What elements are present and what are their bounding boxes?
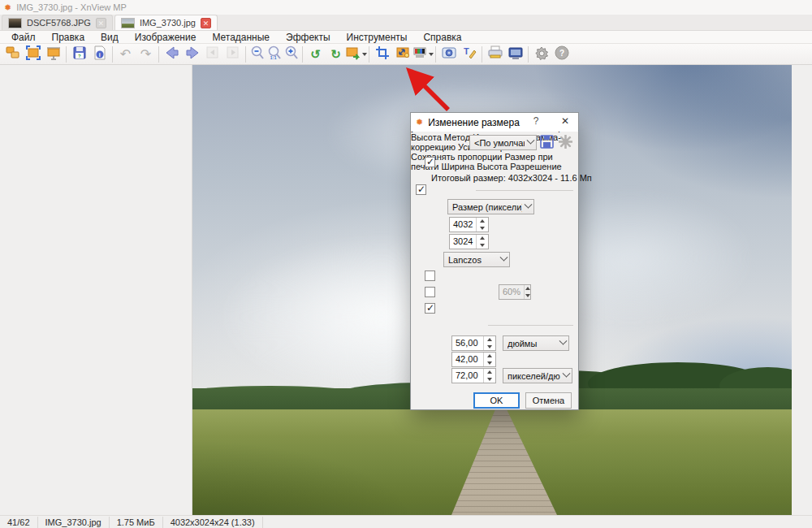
settings-gear-icon: [533, 45, 550, 64]
rotate-right-icon: ↻: [330, 48, 341, 60]
gamma-correction-checkbox[interactable]: [425, 270, 435, 281]
menu-image[interactable]: Изображение: [127, 32, 205, 43]
chevron-down-icon: [559, 337, 568, 345]
rotate-left-button[interactable]: ↺: [305, 45, 326, 64]
viewer-area: [0, 65, 812, 515]
spin-up-button[interactable]: [477, 218, 488, 225]
next-image-button[interactable]: [182, 45, 202, 64]
colors-button[interactable]: [412, 45, 433, 64]
menu-metadata[interactable]: Метаданные: [204, 32, 278, 43]
window-titlebar: ✹ IMG_3730.jpg - XnView MP: [0, 0, 812, 15]
menu-view[interactable]: Вид: [93, 32, 127, 43]
window-title: IMG_3730.jpg - XnView MP: [16, 2, 127, 12]
print-unit-select[interactable]: дюймы: [503, 335, 569, 351]
cancel-button[interactable]: Отмена: [525, 392, 572, 409]
zoom-in-button[interactable]: [283, 45, 300, 64]
redo-button[interactable]: ↷: [136, 45, 156, 64]
convert-button[interactable]: [346, 45, 366, 64]
slideshow-icon: [45, 45, 62, 64]
svg-text:?: ?: [559, 49, 564, 58]
save-button[interactable]: ?: [69, 45, 89, 64]
crop-button[interactable]: [372, 45, 392, 64]
width-input[interactable]: 4032: [449, 217, 489, 232]
slideshow-button[interactable]: [43, 45, 63, 64]
spin-down-button[interactable]: [477, 225, 488, 232]
capture-icon: [441, 45, 457, 64]
spin-down-button[interactable]: [525, 292, 530, 300]
spin-down-button[interactable]: [477, 242, 488, 249]
status-bar: 41/62 IMG_3730.jpg 1.75 МиБ 4032x3024x24…: [0, 515, 812, 528]
info-icon: i: [92, 45, 108, 64]
print-width-input[interactable]: 56,00: [451, 335, 496, 351]
dialog-titlebar[interactable]: ✹ Изменение размера ? ✕: [411, 113, 578, 132]
rotate-right-button[interactable]: ↻: [326, 45, 346, 64]
print-height-input[interactable]: 42,00: [451, 352, 496, 367]
browser-button[interactable]: [2, 45, 23, 64]
zoom-out-button[interactable]: [248, 45, 266, 64]
tab-close-icon[interactable]: ✕: [96, 18, 106, 28]
sharpen-checkbox[interactable]: [425, 287, 435, 297]
toolbar: ? i ↶ ↷ 1:1 ↺ ↻ T ?: [0, 43, 812, 65]
final-size-text: Итоговый размер: 4032x3024 - 11.6 Мп: [431, 173, 592, 183]
undo-icon: ↶: [120, 48, 131, 61]
sharpen-amount-input[interactable]: 60%: [499, 284, 531, 300]
left-panel: [0, 65, 192, 515]
status-filesize: 1.75 МиБ: [110, 517, 163, 528]
zoom-in-icon: [283, 45, 300, 64]
spin-down-button[interactable]: [484, 360, 495, 367]
zoom-1-1-icon: 1:1: [266, 45, 283, 64]
resampling-checkbox[interactable]: [416, 184, 426, 195]
spin-up-button[interactable]: [484, 353, 495, 360]
resolution-unit-select[interactable]: пикселей/дюйм: [503, 368, 572, 383]
fullscreen-button[interactable]: [505, 45, 525, 64]
dialog-help-button[interactable]: ?: [529, 115, 542, 128]
presets-select[interactable]: <По умолчанию>: [469, 135, 537, 150]
print-height-label: Высота: [477, 162, 508, 171]
height-input[interactable]: 3024: [449, 234, 489, 249]
resolution-label: Разрешение: [510, 162, 562, 171]
convert-dropdown-caret[interactable]: [362, 53, 367, 56]
menu-edit[interactable]: Правка: [44, 32, 93, 43]
zoom-1-1-button[interactable]: 1:1: [266, 45, 283, 64]
undo-button[interactable]: ↶: [115, 45, 136, 64]
print-icon: [487, 45, 503, 64]
tab-close-icon[interactable]: ✕: [201, 18, 211, 28]
method-select[interactable]: Lanczos: [443, 252, 510, 267]
spin-down-button[interactable]: [484, 344, 495, 351]
ok-button[interactable]: OK: [473, 392, 520, 409]
spin-down-button[interactable]: [484, 376, 495, 383]
resolution-input[interactable]: 72,00: [451, 368, 496, 383]
colors-dropdown-caret[interactable]: [429, 53, 434, 56]
previous-image-button[interactable]: [162, 45, 182, 64]
info-button[interactable]: i: [89, 45, 110, 64]
menu-effects[interactable]: Эффекты: [278, 32, 339, 43]
last-image-button[interactable]: [222, 45, 243, 64]
settings-button[interactable]: [531, 45, 551, 64]
print-button[interactable]: [485, 45, 505, 64]
resize-button[interactable]: [392, 45, 412, 64]
mode-select[interactable]: Размер (пиксели): [447, 199, 534, 214]
tab-img3730[interactable]: IMG_3730.jpg ✕: [114, 15, 218, 30]
keep-ratio-checkbox[interactable]: [425, 303, 435, 314]
first-image-button[interactable]: [202, 45, 222, 64]
tab-dscf5768[interactable]: DSCF5768.JPG ✕: [2, 15, 113, 30]
crop-icon: [374, 45, 391, 64]
menu-help[interactable]: Справка: [415, 32, 469, 43]
capture-button[interactable]: [438, 45, 459, 64]
dialog-title: Изменение размера: [428, 117, 520, 128]
spin-up-button[interactable]: [477, 235, 488, 242]
fit-image-button[interactable]: [23, 45, 43, 64]
spin-up-button[interactable]: [484, 336, 495, 344]
menu-file[interactable]: Файл: [3, 32, 44, 43]
fullscreen-icon: [508, 45, 524, 64]
dialog-close-button[interactable]: ✕: [559, 115, 572, 128]
text-edit-button[interactable]: T: [459, 45, 479, 64]
menu-bar: Файл Правка Вид Изображение Метаданные Э…: [0, 31, 812, 43]
save-preset-button[interactable]: [540, 135, 554, 150]
spin-up-button[interactable]: [525, 285, 530, 292]
load-defaults-checkbox[interactable]: [425, 157, 435, 167]
delete-preset-button[interactable]: [559, 135, 572, 150]
menu-tools[interactable]: Инструменты: [339, 32, 416, 43]
spin-up-button[interactable]: [484, 369, 495, 376]
help-button[interactable]: ?: [551, 45, 572, 64]
